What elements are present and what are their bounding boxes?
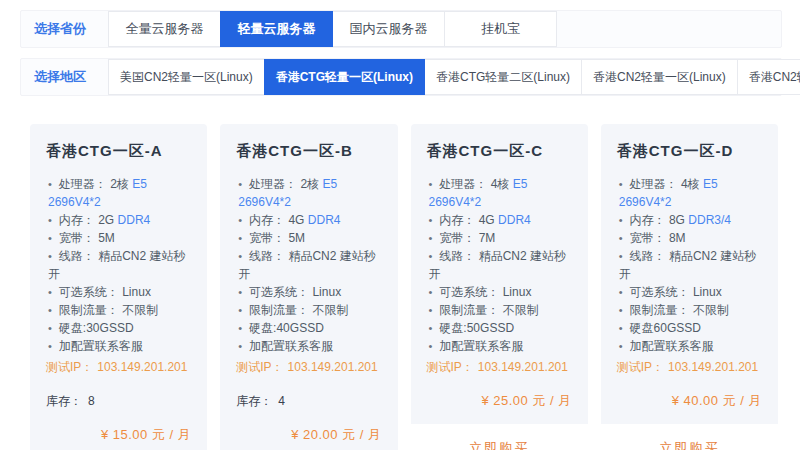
spec-text: 线路： 精品CN2 建站秒开 [429, 249, 567, 281]
spec-item-disk: 硬盘:30GSSD [48, 319, 191, 337]
stock-value: 8 [88, 394, 95, 408]
spec-text: 加配置联系客服 [249, 339, 333, 353]
test-ip-value: 103.149.201.201 [97, 360, 187, 374]
spec-item-upgrade: 加配置联系客服 [238, 337, 381, 355]
spec-text: 限制流量： 不限制 [59, 303, 158, 317]
buy-now-button[interactable]: 立即购买 [601, 424, 778, 450]
tab-hk-ctg-light-zone2[interactable]: 香港CTG轻量二区(Linux) [424, 59, 582, 95]
spec-highlight: DDR3/4 [688, 213, 731, 227]
spec-highlight: DDR4 [498, 213, 531, 227]
spec-item-line: 线路： 精品CN2 建站秒开 [619, 247, 762, 283]
spec-list: 处理器： 4核 E5 2696V4*2 内存： 8G DDR3/4 宽带： 8M… [617, 175, 762, 355]
spec-item-upgrade: 加配置联系客服 [48, 337, 191, 355]
region-filter-label: 选择地区 [34, 59, 89, 95]
plan-card-b: 香港CTG一区-B 处理器： 2核 E5 2696V4*2 内存： 4G DDR… [220, 124, 397, 450]
test-ip: 测试IP：103.149.201.201 [46, 358, 191, 376]
spec-text: 处理器： 2核 [249, 177, 322, 191]
spec-text: 硬盘:40GSSD [249, 321, 324, 335]
spec-text: 宽带： 5M [249, 231, 305, 245]
spec-item-line: 线路： 精品CN2 建站秒开 [429, 247, 572, 283]
spec-text: 加配置联系客服 [630, 339, 714, 353]
price: ¥ 15.00 元 / 月 [46, 426, 191, 444]
spec-item-upgrade: 加配置联系客服 [429, 337, 572, 355]
spec-item-cpu: 处理器： 4核 E5 2696V4*2 [619, 175, 762, 211]
spec-item-os: 可选系统： Linux [238, 283, 381, 301]
spec-text: 内存： 2G [59, 213, 118, 227]
region-filter-bar: 选择地区 美国CN2轻量一区(Linux) 香港CTG轻量一区(Linux) 香… [20, 58, 782, 96]
spec-item-traffic: 限制流量： 不限制 [619, 301, 762, 319]
spec-text: 硬盘:50GSSD [439, 321, 514, 335]
spec-item-os: 可选系统： Linux [619, 283, 762, 301]
tab-us-cn2-light-zone1[interactable]: 美国CN2轻量一区(Linux) [108, 59, 265, 95]
tab-full-cloud-server[interactable]: 全量云服务器 [108, 11, 221, 47]
plan-title: 香港CTG一区-D [617, 142, 762, 161]
spec-text: 限制流量： 不限制 [249, 303, 348, 317]
spec-text: 宽带： 8M [630, 231, 686, 245]
spec-item-bandwidth: 宽带： 5M [48, 229, 191, 247]
spec-item-line: 线路： 精品CN2 建站秒开 [238, 247, 381, 283]
test-ip-label: 测试IP： [46, 360, 93, 374]
spec-item-traffic: 限制流量： 不限制 [238, 301, 381, 319]
test-ip-label: 测试IP： [427, 360, 474, 374]
spec-text: 硬盘60GSSD [630, 321, 701, 335]
spec-text: 内存： 8G [630, 213, 689, 227]
spec-text: 硬盘:30GSSD [59, 321, 134, 335]
tab-guajibao[interactable]: 挂机宝 [444, 11, 557, 47]
spec-text: 内存： 4G [439, 213, 498, 227]
province-filter-label: 选择省份 [34, 11, 89, 47]
test-ip-label: 测试IP： [617, 360, 664, 374]
spec-text: 处理器： 4核 [439, 177, 512, 191]
tab-domestic-cloud-server[interactable]: 国内云服务器 [332, 11, 445, 47]
region-tabs: 美国CN2轻量一区(Linux) 香港CTG轻量一区(Linux) 香港CTG轻… [109, 59, 800, 95]
spec-item-disk: 硬盘60GSSD [619, 319, 762, 337]
stock-label: 库存： [236, 394, 272, 408]
province-tabs: 全量云服务器 轻量云服务器 国内云服务器 挂机宝 [109, 11, 557, 47]
spec-text: 可选系统： Linux [59, 285, 151, 299]
test-ip: 测试IP：103.149.201.201 [236, 358, 381, 376]
test-ip: 测试IP：103.149.201.201 [617, 358, 762, 376]
spec-item-traffic: 限制流量： 不限制 [429, 301, 572, 319]
plan-card-a: 香港CTG一区-A 处理器： 2核 E5 2696V4*2 内存： 2G DDR… [30, 124, 207, 450]
spec-text: 可选系统： Linux [249, 285, 341, 299]
tab-light-cloud-server[interactable]: 轻量云服务器 [220, 11, 333, 47]
spec-text: 内存： 4G [249, 213, 308, 227]
test-ip-value: 103.149.201.201 [668, 360, 758, 374]
spec-text: 可选系统： Linux [439, 285, 531, 299]
spec-item-memory: 内存： 4G DDR4 [238, 211, 381, 229]
spec-item-memory: 内存： 2G DDR4 [48, 211, 191, 229]
spec-list: 处理器： 2核 E5 2696V4*2 内存： 2G DDR4 宽带： 5M 线… [46, 175, 191, 355]
spec-item-traffic: 限制流量： 不限制 [48, 301, 191, 319]
spec-highlight: DDR4 [308, 213, 341, 227]
spec-highlight: DDR4 [118, 213, 151, 227]
spec-list: 处理器： 4核 E5 2696V4*2 内存： 4G DDR4 宽带： 7M 线… [427, 175, 572, 355]
spec-item-cpu: 处理器： 2核 E5 2696V4*2 [238, 175, 381, 211]
spec-item-cpu: 处理器： 4核 E5 2696V4*2 [429, 175, 572, 211]
spec-text: 线路： 精品CN2 建站秒开 [238, 249, 376, 281]
plan-title: 香港CTG一区-A [46, 142, 191, 161]
price: ¥ 40.00 元 / 月 [617, 392, 762, 410]
spec-text: 线路： 精品CN2 建站秒开 [619, 249, 757, 281]
buy-now-button[interactable]: 立即购买 [411, 424, 588, 450]
spec-text: 处理器： 4核 [630, 177, 703, 191]
test-ip-label: 测试IP： [236, 360, 283, 374]
spec-item-disk: 硬盘:40GSSD [238, 319, 381, 337]
stock-value: 4 [278, 394, 285, 408]
plan-title: 香港CTG一区-B [236, 142, 381, 161]
tab-hk-cn2-light-zone2[interactable]: 香港CN2轻量二区(Linux) [737, 59, 800, 95]
price: ¥ 25.00 元 / 月 [427, 392, 572, 410]
plan-card-d: 香港CTG一区-D 处理器： 4核 E5 2696V4*2 内存： 8G DDR… [601, 124, 778, 450]
tab-hk-ctg-light-zone1[interactable]: 香港CTG轻量一区(Linux) [264, 59, 425, 95]
test-ip: 测试IP：103.149.201.201 [427, 358, 572, 376]
plan-card-c: 香港CTG一区-C 处理器： 4核 E5 2696V4*2 内存： 4G DDR… [411, 124, 588, 450]
test-ip-value: 103.149.201.201 [478, 360, 568, 374]
spec-text: 处理器： 2核 [59, 177, 132, 191]
price: ¥ 20.00 元 / 月 [236, 426, 381, 444]
tab-hk-cn2-light-zone1[interactable]: 香港CN2轻量一区(Linux) [581, 59, 738, 95]
spec-item-bandwidth: 宽带： 5M [238, 229, 381, 247]
spec-text: 线路： 精品CN2 建站秒开 [48, 249, 186, 281]
spec-text: 加配置联系客服 [59, 339, 143, 353]
stock-label: 库存： [46, 394, 82, 408]
spec-text: 可选系统： Linux [630, 285, 722, 299]
spec-item-bandwidth: 宽带： 8M [619, 229, 762, 247]
spec-item-os: 可选系统： Linux [48, 283, 191, 301]
